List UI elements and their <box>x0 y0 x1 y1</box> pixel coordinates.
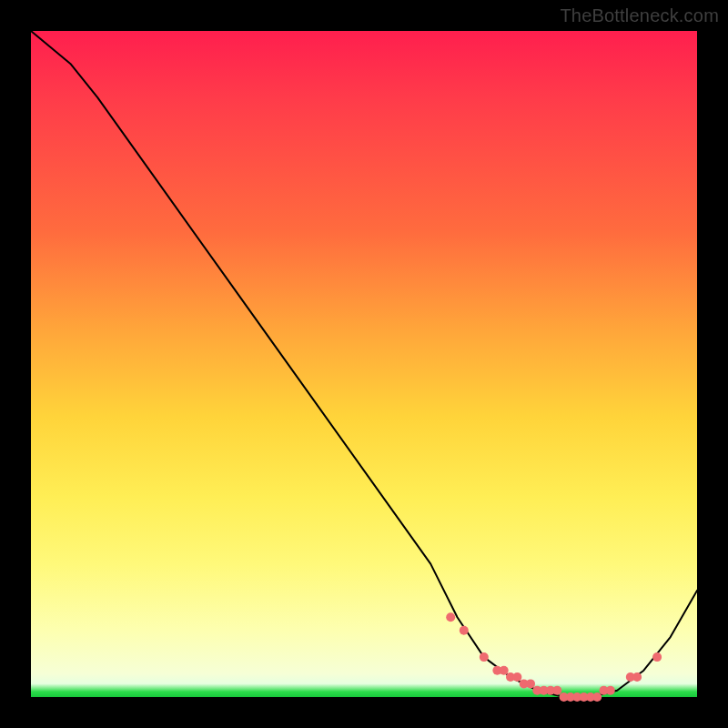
marker-dot <box>480 652 489 662</box>
marker-dots <box>446 612 662 702</box>
bottleneck-curve <box>31 31 697 697</box>
marker-dot <box>446 612 455 622</box>
marker-dot <box>632 672 642 682</box>
marker-dot <box>592 693 602 702</box>
curve-layer <box>31 31 697 697</box>
marker-dot <box>500 666 509 675</box>
marker-dot <box>526 679 535 688</box>
plot-area <box>31 31 697 697</box>
marker-dot <box>652 652 662 662</box>
chart-frame: TheBottleneck.com <box>0 0 728 728</box>
watermark-text: TheBottleneck.com <box>560 5 719 26</box>
marker-dot <box>552 686 561 695</box>
marker-dot <box>512 672 521 682</box>
marker-dot <box>460 626 469 635</box>
marker-dot <box>606 686 615 695</box>
